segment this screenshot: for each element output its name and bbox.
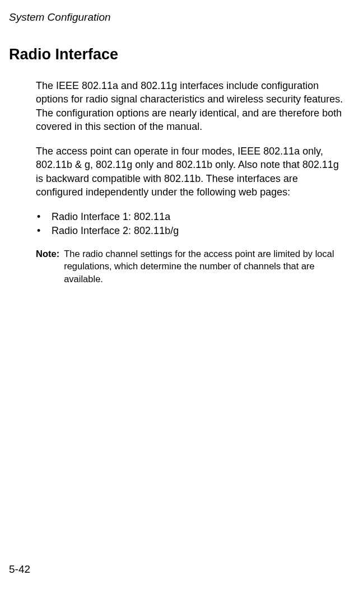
section-title: Radio Interface: [9, 46, 347, 63]
content-area: The IEEE 802.11a and 802.11g interfaces …: [9, 79, 347, 285]
paragraph-2: The access point can operate in four mod…: [36, 144, 347, 199]
note-text: The radio channel settings for the acces…: [64, 247, 347, 285]
bullet-list: Radio Interface 1: 802.11a Radio Interfa…: [36, 210, 347, 237]
page-number: 5-42: [9, 563, 30, 576]
note-label: Note:: [36, 249, 59, 259]
list-item: Radio Interface 2: 802.11b/g: [36, 224, 347, 237]
list-item: Radio Interface 1: 802.11a: [36, 210, 347, 223]
paragraph-1: The IEEE 802.11a and 802.11g interfaces …: [36, 79, 347, 133]
page-header: System Configuration: [9, 11, 347, 24]
note-block: Note: The radio channel settings for the…: [36, 247, 347, 285]
